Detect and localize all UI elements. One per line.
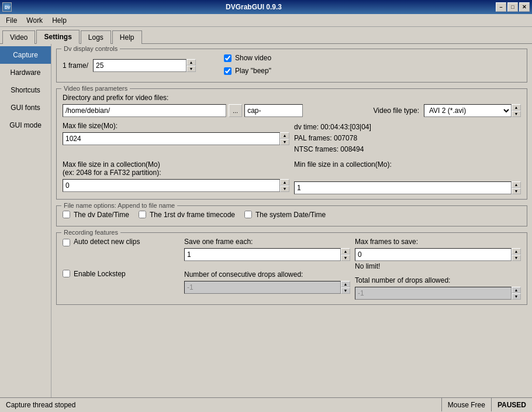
- max-file-size-label: Max file size(Mo):: [63, 122, 289, 130]
- min-collection-up-btn[interactable]: ▲: [512, 181, 521, 188]
- close-button[interactable]: ✕: [519, 2, 530, 12]
- app-icon: DV: [2, 2, 12, 12]
- max-collection-input[interactable]: [63, 179, 280, 192]
- video-files-section: Video files parameters Directory and pre…: [56, 88, 527, 200]
- menu-file[interactable]: File: [1, 15, 22, 26]
- dv-timecode-checkbox[interactable]: [139, 211, 146, 218]
- frame-value-input[interactable]: [93, 59, 186, 72]
- max-file-size-input[interactable]: [63, 132, 280, 145]
- max-file-size-down-btn[interactable]: ▼: [280, 139, 289, 145]
- file-type-spinner-btns: ▲ ▼: [512, 104, 521, 117]
- svg-text:DV: DV: [5, 5, 11, 9]
- recording-features-section: Recording features Auto detect new clips…: [56, 232, 527, 305]
- minimize-button[interactable]: –: [496, 2, 506, 12]
- capture-status-text: Capture thread stoped: [6, 401, 75, 409]
- dv-info-col: dv time: 00:04:43:[03|04] PAL frames: 00…: [294, 122, 521, 156]
- max-frames-up-btn[interactable]: ▲: [512, 248, 521, 255]
- frame-up-button[interactable]: ▲: [186, 59, 196, 66]
- directory-input[interactable]: [63, 104, 226, 117]
- min-collection-down-btn[interactable]: ▼: [512, 188, 521, 194]
- show-video-label: Show video: [235, 54, 271, 62]
- title-bar-left: DV: [2, 2, 12, 12]
- sidebar-item-gui-fonts[interactable]: GUI fonts: [0, 99, 51, 116]
- total-drops-input[interactable]: [355, 287, 512, 300]
- show-video-row: Show video: [224, 54, 271, 62]
- status-bar: Capture thread stoped Mouse Free PAUSED: [0, 397, 532, 411]
- save-one-frame-down-btn[interactable]: ▼: [341, 255, 350, 261]
- dv-date-time-checkbox[interactable]: [63, 211, 70, 218]
- title-bar: DV DVGrabGUI 0.9.3 – □ ✕: [0, 0, 532, 14]
- min-collection-input[interactable]: [294, 181, 512, 194]
- enable-lockstep-row: Enable Lockstep: [63, 270, 179, 278]
- show-video-checkbox[interactable]: [224, 54, 232, 62]
- maximize-button[interactable]: □: [507, 2, 518, 12]
- option2-row: The 1rst dv frame timecode: [139, 211, 235, 219]
- system-date-time-checkbox[interactable]: [244, 211, 252, 218]
- dir-row: ...: [63, 104, 303, 117]
- dv-display-title: Dv display controls: [61, 45, 120, 52]
- tab-logs[interactable]: Logs: [81, 30, 111, 44]
- enable-lockstep-checkbox[interactable]: [63, 270, 70, 277]
- total-drops-down-btn[interactable]: ▼: [512, 293, 521, 300]
- browse-button[interactable]: ...: [229, 104, 242, 117]
- frame-label: 1 frame/: [63, 61, 88, 70]
- save-one-frame-spinner: ▲ ▼: [184, 248, 350, 261]
- file-type-select[interactable]: AVI 2 (*.avi) AVI 1 (*.avi) DV (*.dv) Ra…: [424, 104, 512, 117]
- prefix-input[interactable]: [244, 104, 303, 117]
- tab-help[interactable]: Help: [112, 30, 142, 44]
- total-drops-up-btn[interactable]: ▲: [512, 287, 521, 293]
- total-drops-btns: ▲ ▼: [512, 287, 521, 300]
- max-collection-down-btn[interactable]: ▼: [280, 186, 289, 192]
- tab-settings[interactable]: Settings: [36, 30, 79, 44]
- file-type-up-btn[interactable]: ▲: [512, 104, 521, 111]
- min-collection-col: Min file size in a collection(Mo): ▲ ▼: [294, 160, 521, 194]
- file-name-options-section: File name options: Append to file name T…: [56, 205, 527, 226]
- max-file-size-spinner: ▲ ▼: [63, 132, 289, 145]
- max-collection-up-btn[interactable]: ▲: [280, 179, 289, 186]
- save-one-frame-input[interactable]: [184, 248, 341, 261]
- play-beep-checkbox[interactable]: [224, 67, 232, 75]
- mouse-status: Mouse Free: [442, 398, 492, 411]
- max-file-size-up-btn[interactable]: ▲: [280, 132, 289, 139]
- min-collection-label: Min file size in a collection(Mo):: [294, 160, 521, 169]
- dv-display-row: 1 frame/ ▲ ▼ Show video Play "bee: [63, 54, 521, 77]
- max-collection-col: Max file size in a collection(Mo) (ex: 2…: [63, 160, 289, 194]
- option1-row: The dv Date/Time: [63, 211, 129, 219]
- consec-drops-input[interactable]: [184, 281, 341, 294]
- max-frames-down-btn[interactable]: ▼: [512, 255, 521, 261]
- menu-help[interactable]: Help: [47, 15, 71, 26]
- tab-video[interactable]: Video: [2, 30, 35, 44]
- dv-timecode-label: The 1rst dv frame timecode: [150, 211, 235, 219]
- auto-detect-label: Auto detect new clips: [74, 238, 140, 246]
- frame-down-button[interactable]: ▼: [186, 66, 196, 72]
- option3-row: The system Date/Time: [244, 211, 326, 219]
- sidebar-item-capture[interactable]: Capture: [0, 46, 51, 64]
- save-one-frame-up-btn[interactable]: ▲: [341, 248, 350, 255]
- max-collection-spinner-btns: ▲ ▼: [280, 179, 289, 192]
- save-one-frame-btns: ▲ ▼: [341, 248, 350, 261]
- auto-detect-checkbox[interactable]: [63, 239, 70, 246]
- recording-checkboxes: Auto detect new clips Enable Lockstep: [63, 238, 179, 280]
- save-one-frame-label: Save one frame each:: [184, 238, 350, 246]
- enable-lockstep-label: Enable Lockstep: [74, 270, 126, 278]
- mouse-status-text: Mouse Free: [448, 401, 485, 409]
- menu-work[interactable]: Work: [22, 15, 47, 26]
- main-layout: Capture Hardware Shortcuts GUI fonts GUI…: [0, 44, 532, 397]
- tab-bar: Video Settings Logs Help: [0, 27, 532, 44]
- window-controls[interactable]: – □ ✕: [496, 2, 530, 12]
- dv-date-time-label: The dv Date/Time: [74, 211, 129, 219]
- sidebar-item-shortcuts[interactable]: Shortcuts: [0, 81, 51, 99]
- file-type-row: Video file type: AVI 2 (*.avi) AVI 1 (*.…: [374, 104, 521, 117]
- paused-status: PAUSED: [492, 401, 532, 409]
- sidebar-item-hardware[interactable]: Hardware: [0, 64, 51, 81]
- consec-drops-up-btn[interactable]: ▲: [341, 281, 350, 287]
- max-frames-input[interactable]: [355, 248, 512, 261]
- sidebar-item-gui-mode[interactable]: GUI mode: [0, 116, 51, 134]
- pal-frames-text: PAL frames: 007078: [294, 133, 521, 144]
- file-type-down-btn[interactable]: ▼: [512, 111, 521, 117]
- file-type-label: Video file type:: [374, 107, 420, 115]
- max-frames-spinner: ▲ ▼: [355, 248, 521, 261]
- min-collection-spinner: ▲ ▼: [294, 181, 521, 194]
- file-name-options-title: File name options: Append to file name: [61, 202, 177, 209]
- consec-drops-down-btn[interactable]: ▼: [341, 287, 350, 294]
